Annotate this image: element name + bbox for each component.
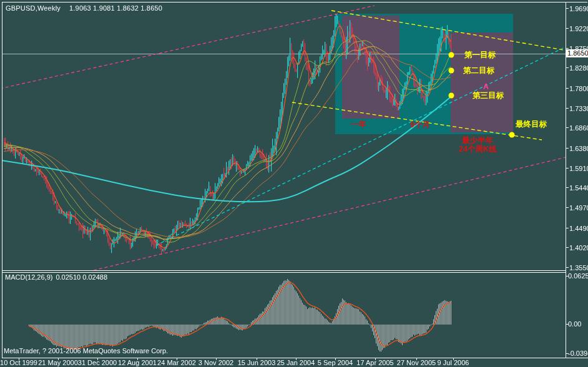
price-axis-label: 1.5440 — [569, 184, 588, 192]
date-axis-label: 17 Apr 2005 — [356, 359, 393, 366]
macd-axis-label: 0.00 — [568, 320, 581, 328]
macd-axis-label: -0.03945 — [568, 350, 588, 357]
macd-axis-label: 0.06259 — [568, 272, 588, 280]
price-axis-label: 1.7330 — [569, 105, 588, 112]
target-dot-3[interactable] — [449, 93, 454, 99]
duration-one-year-label[interactable]: 一年 — [351, 120, 366, 129]
price-axis-label: 1.4970 — [569, 204, 588, 212]
k-lines-24-label[interactable]: 24个周K线 — [459, 145, 496, 154]
price-axis-label: 1.4490 — [569, 225, 588, 232]
date-axis-label: 3 Nov 2002 — [198, 359, 233, 366]
date-axis-label: 25 Jan 2004 — [277, 359, 315, 366]
target-2-label[interactable]: 第二目标 — [463, 67, 494, 75]
date-axis-label: 10 Oct 1999 — [0, 359, 37, 366]
date-axis-label: 31 Dec 2000 — [78, 359, 117, 366]
chart-canvas[interactable] — [0, 0, 588, 367]
target-dot-2[interactable] — [449, 68, 454, 74]
price-axis-label: 1.8750 — [569, 45, 588, 52]
macd-axis[interactable] — [566, 272, 588, 358]
price-axis-label: 1.9690 — [569, 5, 588, 12]
duration-nine-months-label[interactable]: 9个月 — [410, 121, 430, 129]
price-axis-label: 1.9220 — [569, 25, 588, 32]
mt4-chart-window: GBPUSD,Weekly1.9063 1.9081 1.8632 1.8650… — [0, 0, 588, 367]
price-axis-label: 1.6860 — [569, 124, 588, 132]
macd-indicator-label: MACD(12,26,9)0.02510 0.02488 — [5, 273, 107, 281]
symbol-timeframe-label: GBPUSD,Weekly — [6, 4, 61, 12]
target-dot-1[interactable] — [449, 52, 454, 58]
ohlc-values: 1.9063 1.9081 1.8632 1.8650 — [69, 4, 162, 12]
macd-values: 0.02510 0.02488 — [56, 273, 107, 281]
date-axis-label: 27 Nov 2005 — [397, 359, 436, 366]
target-3-label[interactable]: 第三目标 — [473, 92, 504, 100]
date-axis-label: 5 Sep 2004 — [318, 359, 353, 366]
point-a-label[interactable]: A — [483, 83, 489, 91]
copyright-text: MetaTrader, ? 2001-2006 MetaQuotes Softw… — [4, 347, 168, 355]
date-axis-label: 12 Aug 2001 — [118, 359, 157, 366]
date-axis-label: 15 Jun 2003 — [238, 359, 276, 366]
price-axis-label: 1.5910 — [569, 165, 588, 172]
macd-name: MACD(12,26,9) — [5, 273, 52, 281]
target-dot-4[interactable] — [509, 132, 515, 138]
date-axis-label: 9 Jul 2006 — [438, 359, 469, 366]
chart-title: GBPUSD,Weekly1.9063 1.9081 1.8632 1.8650 — [6, 4, 162, 12]
date-axis-label: 24 Mar 2002 — [157, 359, 196, 366]
final-target-label[interactable]: 最终目标 — [516, 120, 547, 129]
price-axis-label: 1.4020 — [569, 244, 588, 252]
price-axis-label: 1.3550 — [569, 264, 588, 272]
date-axis-label: 21 May 2000 — [38, 359, 78, 366]
target-1-label[interactable]: 第一目标 — [464, 51, 496, 59]
price-axis-label: 1.6380 — [569, 145, 588, 152]
price-axis-label: 1.7800 — [569, 85, 588, 92]
price-axis-label: 1.8280 — [569, 64, 588, 72]
min-half-year-label[interactable]: 最少半年 — [462, 137, 493, 145]
